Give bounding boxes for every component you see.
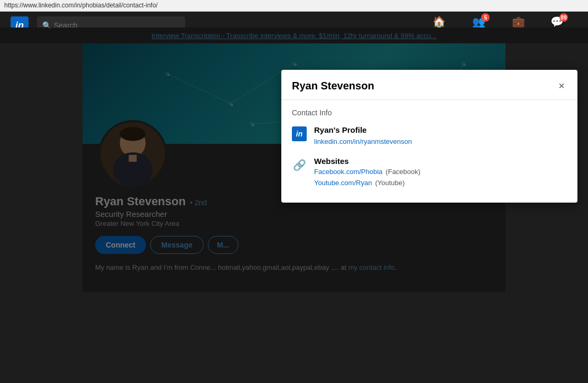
overlay: Ryan Stevenson × Contact Info in Ryan's …: [0, 28, 588, 383]
website-entry-facebook: Facebook.com/Phobia (Facebook): [314, 168, 567, 176]
modal-header: Ryan Stevenson ×: [281, 70, 577, 100]
profile-contact-details: Ryan's Profile linkedin.com/in/ryanmstev…: [314, 125, 567, 146]
facebook-type: (Facebook): [385, 168, 420, 176]
modal-title: Ryan Stevenson: [292, 80, 374, 92]
address-bar: https://www.linkedin.com/in/phobias/deta…: [0, 0, 588, 12]
close-button[interactable]: ×: [556, 78, 567, 93]
my-network-badge: 5: [481, 13, 490, 22]
contact-info-label: Contact Info: [292, 108, 567, 117]
page-wrapper: Interview Transcription - Transcribe int…: [0, 28, 588, 383]
profile-contact-row: in Ryan's Profile linkedin.com/in/ryanms…: [292, 125, 567, 146]
youtube-type: (Youtube): [375, 179, 405, 187]
home-icon: 🏠: [433, 15, 446, 28]
contact-section: in Ryan's Profile linkedin.com/in/ryanms…: [292, 125, 567, 190]
url-text: https://www.linkedin.com/in/phobias/deta…: [4, 2, 158, 9]
link-icon: 🔗: [292, 158, 307, 172]
jobs-icon: 💼: [512, 15, 525, 28]
youtube-url[interactable]: Youtube.com/Ryan: [314, 179, 372, 187]
profile-url[interactable]: linkedin.com/in/ryanmstevenson: [314, 138, 412, 145]
websites-title: Websites: [314, 157, 567, 166]
contact-info-modal: Ryan Stevenson × Contact Info in Ryan's …: [281, 70, 577, 203]
modal-body: Contact Info in Ryan's Profile linkedin.…: [281, 100, 577, 203]
linkedin-profile-icon: in: [292, 126, 307, 141]
messaging-icon: 💬 89: [550, 15, 564, 28]
facebook-url[interactable]: Facebook.com/Phobia: [314, 168, 382, 176]
my-network-icon: 👥 5: [472, 15, 485, 28]
messaging-badge: 89: [559, 13, 568, 22]
websites-contact-row: 🔗 Websites Facebook.com/Phobia (Facebook…: [292, 157, 567, 190]
website-entry-youtube: Youtube.com/Ryan (Youtube): [314, 179, 567, 187]
websites-details: Websites Facebook.com/Phobia (Facebook) …: [314, 157, 567, 190]
profile-section-title: Ryan's Profile: [314, 125, 567, 134]
